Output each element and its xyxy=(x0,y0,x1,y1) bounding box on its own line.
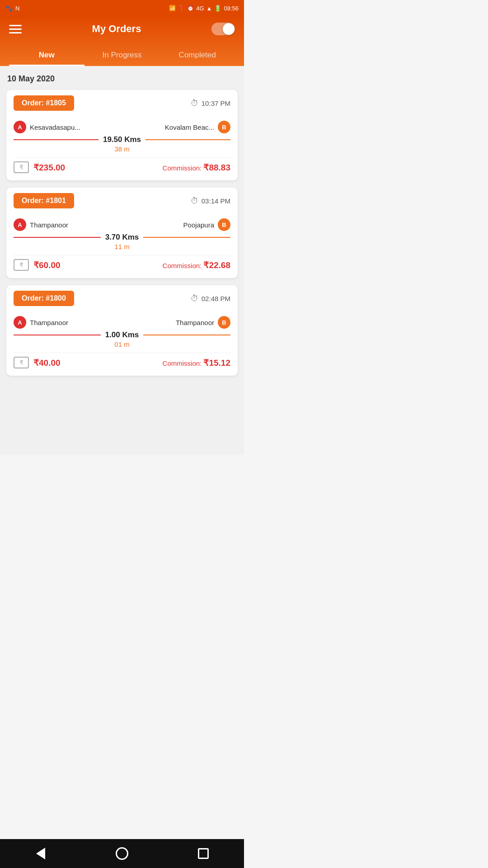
location-b-badge: B xyxy=(218,316,230,329)
order-id: Order: #1801 xyxy=(14,193,74,208)
route-line: 19.50 Kms xyxy=(14,135,230,144)
order-time-value: 03:14 PM xyxy=(202,197,230,205)
status-time: 08:56 xyxy=(224,5,239,12)
header: My Orders New In Progress Completed xyxy=(0,16,244,66)
commission-amount: ₹88.83 xyxy=(203,163,230,172)
commission-amount: ₹22.68 xyxy=(203,260,230,270)
fare-row: ₹ ₹40.00 Commission: ₹15.12 xyxy=(14,353,230,368)
route-line-orange xyxy=(143,335,230,335)
distance-value: 19.50 Kms xyxy=(99,135,145,144)
commission-label: Commission: xyxy=(163,164,204,172)
fare-left: ₹ ₹40.00 xyxy=(14,357,61,368)
status-bar-left: 🐾 N xyxy=(5,5,19,12)
fare-left: ₹ ₹60.00 xyxy=(14,259,61,271)
header-top: My Orders xyxy=(9,23,235,35)
clock-icon: ⏱ xyxy=(191,294,199,303)
route-line-red xyxy=(14,139,99,140)
battery-icon: 🔋 xyxy=(214,5,221,12)
order-header: Order: #1805 ⏱ 10:37 PM xyxy=(6,90,238,116)
route-line-red xyxy=(14,335,101,335)
route-line-orange xyxy=(145,139,230,140)
location-b-badge: B xyxy=(218,218,230,231)
distance-value: 3.70 Kms xyxy=(101,233,144,242)
tabs-container: New In Progress Completed xyxy=(9,44,235,66)
wifi-icon: 📶 xyxy=(169,5,176,11)
fare-amount: ₹235.00 xyxy=(33,162,65,173)
network-type: 4G xyxy=(196,5,204,12)
alarm-icon: ⏰ xyxy=(187,5,194,11)
commission-label: Commission: xyxy=(163,359,204,367)
distance-area: 3.70 Kms 11 m xyxy=(14,233,230,250)
hamburger-menu[interactable] xyxy=(9,25,22,33)
order-time: ⏱ 10:37 PM xyxy=(191,99,230,108)
commission-area: Commission: ₹15.12 xyxy=(163,358,230,368)
route-row: A Thampanoor Thampanoor B xyxy=(14,316,230,329)
order-body: A Kesavadasapu... Kovalam Beac... B 19.5… xyxy=(6,116,238,180)
fare-row: ₹ ₹235.00 Commission: ₹88.83 xyxy=(14,157,230,173)
hamburger-line-2 xyxy=(9,28,22,30)
location-a-badge: A xyxy=(14,121,26,133)
order-card[interactable]: Order: #1800 ⏱ 02:48 PM A Thampanoor Tha… xyxy=(6,285,238,376)
route-line-red xyxy=(14,237,101,238)
location-b-name: Kovalam Beac... xyxy=(165,123,214,131)
route-row: A Thampanoor Poojapura B xyxy=(14,218,230,231)
status-toggle[interactable] xyxy=(211,23,235,35)
clock-icon: ⏱ xyxy=(191,196,199,206)
toggle-track xyxy=(211,23,235,35)
route-line: 1.00 Kms xyxy=(14,330,230,340)
location-b-badge: B xyxy=(218,121,230,133)
distance-area: 19.50 Kms 38 m xyxy=(14,135,230,153)
signal-icon: ▲ xyxy=(206,5,212,12)
tab-completed[interactable]: Completed xyxy=(160,44,235,66)
order-time-value: 10:37 PM xyxy=(202,99,230,107)
status-bar-right: 📶 📍 ⏰ 4G ▲ 🔋 08:56 xyxy=(169,5,239,12)
order-header: Order: #1800 ⏱ 02:48 PM xyxy=(6,285,238,311)
app-icon-1: 🐾 xyxy=(5,5,13,12)
distance-area: 1.00 Kms 01 m xyxy=(14,330,230,348)
location-b-group: Poojapura B xyxy=(183,218,230,231)
rupee-icon: ₹ xyxy=(14,259,29,271)
order-card[interactable]: Order: #1801 ⏱ 03:14 PM A Thampanoor Poo… xyxy=(6,188,238,278)
hamburger-line-3 xyxy=(9,32,22,33)
location-b-name: Thampanoor xyxy=(176,319,214,326)
rupee-icon: ₹ xyxy=(14,161,29,173)
orders-list: Order: #1805 ⏱ 10:37 PM A Kesavadasapu..… xyxy=(6,90,238,376)
location-a-name: Kesavadasapu... xyxy=(30,123,80,131)
fare-left: ₹ ₹235.00 xyxy=(14,161,65,173)
commission-area: Commission: ₹88.83 xyxy=(163,162,230,173)
status-bar: 🐾 N 📶 📍 ⏰ 4G ▲ 🔋 08:56 xyxy=(0,0,244,16)
location-a-badge: A xyxy=(14,316,26,329)
location-b-name: Poojapura xyxy=(183,221,214,229)
fare-amount: ₹40.00 xyxy=(33,358,61,368)
order-time-value: 02:48 PM xyxy=(202,295,230,302)
fare-amount: ₹60.00 xyxy=(33,260,61,270)
location-a-name: Thampanoor xyxy=(30,221,68,229)
order-header: Order: #1801 ⏱ 03:14 PM xyxy=(6,188,238,214)
order-id: Order: #1800 xyxy=(14,291,74,306)
toggle-thumb xyxy=(223,23,235,35)
order-body: A Thampanoor Poojapura B 3.70 Kms 11 m xyxy=(6,214,238,278)
tab-new[interactable]: New xyxy=(9,44,84,66)
location-b-group: Thampanoor B xyxy=(176,316,230,329)
app-icon-2: N xyxy=(15,5,19,12)
location-a-badge: A xyxy=(14,218,26,231)
date-label: 10 May 2020 xyxy=(7,74,238,84)
order-time: ⏱ 02:48 PM xyxy=(191,294,230,303)
location-a-group: A Thampanoor xyxy=(14,218,68,231)
location-icon: 📍 xyxy=(178,5,185,11)
content-area: 10 May 2020 Order: #1805 ⏱ 10:37 PM A Ke… xyxy=(0,66,244,455)
location-a-group: A Thampanoor xyxy=(14,316,68,329)
location-a-name: Thampanoor xyxy=(30,319,68,326)
rupee-icon: ₹ xyxy=(14,357,29,368)
tab-in-progress[interactable]: In Progress xyxy=(84,44,160,66)
order-body: A Thampanoor Thampanoor B 1.00 Kms 01 m xyxy=(6,311,238,376)
order-card[interactable]: Order: #1805 ⏱ 10:37 PM A Kesavadasapu..… xyxy=(6,90,238,180)
location-a-group: A Kesavadasapu... xyxy=(14,121,80,133)
duration-value: 11 m xyxy=(114,243,129,250)
page-title: My Orders xyxy=(92,23,141,35)
route-row: A Kesavadasapu... Kovalam Beac... B xyxy=(14,121,230,133)
commission-label: Commission: xyxy=(163,262,204,269)
distance-value: 1.00 Kms xyxy=(101,330,144,340)
location-b-group: Kovalam Beac... B xyxy=(165,121,230,133)
order-time: ⏱ 03:14 PM xyxy=(191,196,230,206)
